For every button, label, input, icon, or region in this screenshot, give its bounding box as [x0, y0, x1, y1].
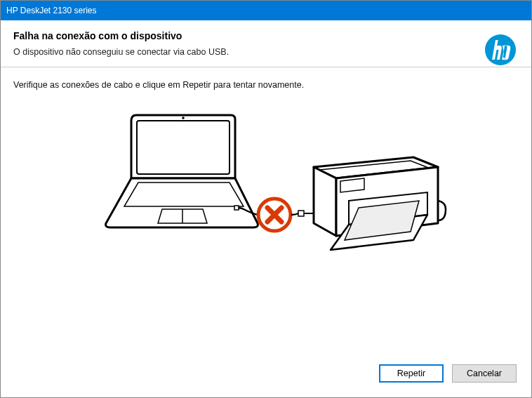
retry-button[interactable]: Repetir — [379, 364, 444, 383]
dialog-footer: Repetir Cancelar — [379, 364, 517, 383]
dialog-content: Verifique as conexões de cabo e clique e… — [1, 67, 531, 257]
error-icon — [258, 199, 291, 231]
hp-logo-icon — [484, 33, 517, 69]
svg-rect-4 — [234, 206, 239, 210]
error-subheading: O dispositivo não conseguiu se conectar … — [13, 47, 519, 57]
connection-illustration — [13, 102, 519, 257]
printer-icon — [298, 157, 446, 250]
window-title: HP DeskJet 2130 series — [6, 6, 97, 15]
laptop-icon — [106, 115, 258, 227]
svg-rect-6 — [298, 211, 304, 216]
instruction-text: Verifique as conexões de cabo e clique e… — [13, 80, 519, 90]
window-titlebar: HP DeskJet 2130 series — [1, 1, 531, 20]
cancel-button[interactable]: Cancelar — [452, 364, 517, 383]
svg-point-2 — [182, 117, 185, 119]
dialog-header: Falha na conexão com o dispositivo O dis… — [1, 20, 531, 67]
error-heading: Falha na conexão com o dispositivo — [13, 30, 519, 41]
